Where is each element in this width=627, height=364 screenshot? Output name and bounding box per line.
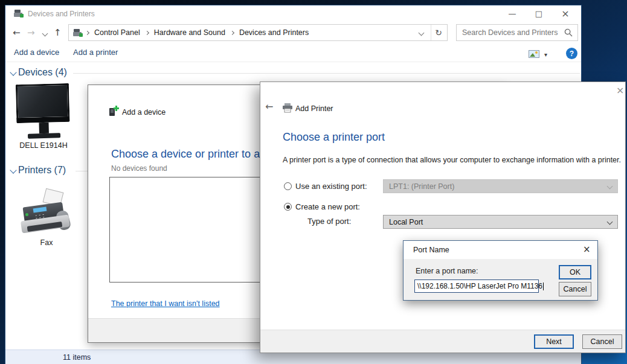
desktop-background: Devices and Printers — □ × ← → ↑ Control… bbox=[0, 0, 627, 364]
breadcrumb-control-panel[interactable]: Control Panel bbox=[92, 28, 143, 37]
maximize-button[interactable]: □ bbox=[526, 5, 552, 22]
up-icon[interactable]: ↑ bbox=[54, 28, 62, 37]
devices-group-rule bbox=[73, 73, 580, 74]
window-controls: — □ × bbox=[499, 5, 579, 22]
printer-not-listed-link[interactable]: The printer that I want isn't listed bbox=[111, 299, 220, 308]
history-dropdown-icon[interactable] bbox=[42, 31, 48, 37]
breadcrumb-separator-icon bbox=[230, 30, 234, 34]
create-new-port-label[interactable]: Create a new port: bbox=[295, 202, 360, 211]
devices-group-collapse-icon[interactable] bbox=[10, 69, 16, 75]
address-location-icon bbox=[73, 28, 83, 37]
existing-port-combobox: LPT1: (Printer Port) bbox=[383, 179, 618, 193]
port-name-value: \\192.168.1.50\HP LaserJet Pro M1136 bbox=[417, 282, 542, 290]
printer-port-description: A printer port is a type of connection t… bbox=[283, 156, 621, 164]
breadcrumb-hardware-and-sound[interactable]: Hardware and Sound bbox=[152, 28, 228, 37]
add-device-heading: Choose a device or printer to ad bbox=[111, 148, 266, 161]
use-existing-port-radio[interactable] bbox=[284, 182, 292, 190]
toolbar-divider bbox=[5, 62, 581, 62]
port-type-combobox[interactable]: Local Port bbox=[383, 215, 618, 229]
enter-port-name-label: Enter a port name: bbox=[416, 267, 478, 275]
minimize-button[interactable]: — bbox=[499, 5, 526, 22]
ok-button[interactable]: OK bbox=[559, 265, 591, 279]
view-options-icon[interactable] bbox=[529, 50, 539, 58]
address-divider bbox=[431, 25, 431, 40]
port-name-dialog: Port Name × Enter a port name: \\192.168… bbox=[403, 240, 598, 301]
existing-port-value: LPT1: (Printer Port) bbox=[389, 182, 454, 191]
breadcrumb-devices-and-printers[interactable]: Devices and Printers bbox=[237, 28, 311, 37]
breadcrumb-separator-icon bbox=[145, 30, 149, 34]
combobox-dropdown-icon bbox=[607, 184, 613, 190]
window-title: Devices and Printers bbox=[28, 10, 95, 18]
port-name-close-icon[interactable]: × bbox=[583, 245, 591, 254]
close-icon: × bbox=[561, 9, 569, 19]
text-cursor bbox=[543, 283, 544, 290]
choose-printer-port-heading: Choose a printer port bbox=[283, 131, 385, 144]
add-printer-close-icon[interactable]: × bbox=[616, 86, 624, 95]
use-existing-port-label[interactable]: Use an existing port: bbox=[295, 182, 367, 191]
search-input[interactable] bbox=[457, 28, 564, 37]
monitor-item-label[interactable]: DELL E1914H bbox=[15, 141, 72, 150]
maximize-icon: □ bbox=[535, 10, 542, 18]
add-device-header-icon bbox=[109, 106, 118, 117]
port-name-cancel-button[interactable]: Cancel bbox=[559, 282, 591, 296]
devices-and-printers-icon bbox=[14, 8, 24, 18]
port-name-title: Port Name bbox=[413, 246, 449, 254]
cancel-button[interactable]: Cancel bbox=[582, 334, 622, 349]
back-icon[interactable]: ← bbox=[13, 28, 21, 37]
port-type-value: Local Port bbox=[389, 218, 423, 226]
next-button[interactable]: Next bbox=[534, 334, 574, 349]
fax-icon[interactable] bbox=[21, 190, 72, 240]
create-new-port-radio[interactable] bbox=[284, 203, 292, 211]
view-options-caret-icon[interactable]: ▾ bbox=[544, 52, 547, 58]
printers-group-collapse-icon[interactable] bbox=[10, 167, 16, 173]
no-devices-found-text: No devices found bbox=[111, 164, 167, 173]
breadcrumb-separator-icon bbox=[85, 30, 89, 34]
close-button[interactable]: × bbox=[552, 5, 579, 22]
add-printer-dialog: × ← Add Printer Choose a printer port A … bbox=[260, 81, 626, 353]
port-name-titlebar: Port Name × bbox=[404, 241, 597, 259]
address-bar[interactable]: Control Panel Hardware and Sound Devices… bbox=[68, 24, 448, 41]
add-device-header-title: Add a device bbox=[122, 108, 166, 117]
address-dropdown-icon[interactable] bbox=[419, 30, 425, 36]
refresh-icon[interactable]: ↻ bbox=[435, 28, 442, 37]
monitor-icon[interactable] bbox=[14, 82, 72, 140]
printer-icon bbox=[282, 103, 293, 113]
help-icon[interactable]: ? bbox=[566, 48, 577, 59]
item-count: 11 items bbox=[63, 353, 91, 362]
minimize-icon: — bbox=[509, 10, 516, 18]
printers-group-header[interactable]: Printers (7) bbox=[18, 165, 66, 176]
port-name-input[interactable]: \\192.168.1.50\HP LaserJet Pro M1136 bbox=[414, 279, 539, 293]
fax-item-label[interactable]: Fax bbox=[21, 238, 72, 247]
search-box bbox=[456, 24, 578, 41]
toolbar-add-device[interactable]: Add a device bbox=[14, 48, 59, 57]
toolbar-add-printer[interactable]: Add a printer bbox=[73, 48, 118, 57]
add-printer-back-icon[interactable]: ← bbox=[265, 102, 273, 112]
type-of-port-label: Type of port: bbox=[307, 217, 351, 226]
add-printer-header-title: Add Printer bbox=[295, 104, 333, 113]
forward-icon[interactable]: → bbox=[27, 28, 35, 37]
search-icon[interactable] bbox=[564, 28, 573, 37]
combobox-dropdown-icon bbox=[607, 219, 613, 225]
devices-group-header[interactable]: Devices (4) bbox=[18, 67, 67, 78]
